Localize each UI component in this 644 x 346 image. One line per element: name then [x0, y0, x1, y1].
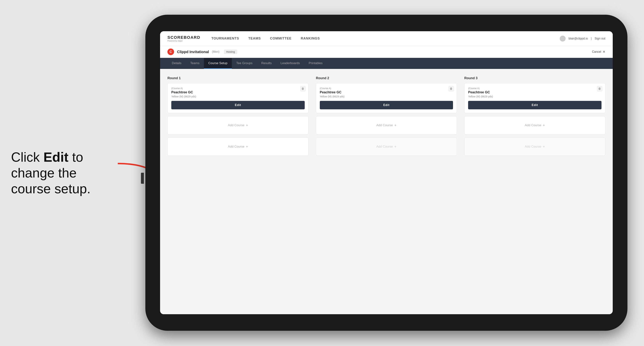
top-nav: SCOREBOARD Powered by clippd TOURNAMENTS…: [160, 31, 613, 46]
nav-right: blair@clippd.io | Sign out: [560, 36, 605, 41]
instruction-text: Click Edit tochange thecourse setup.: [11, 149, 122, 197]
round-2-course-card: 🗑 (Course A) Peachtree GC Yellow (M) (66…: [316, 83, 457, 113]
add-course-label: Add Course: [228, 124, 244, 127]
round-2-course-detail: Yellow (M) (6629 yds): [320, 95, 453, 98]
tab-course-setup[interactable]: Course Setup: [204, 58, 232, 69]
nav-teams[interactable]: TEAMS: [248, 36, 261, 40]
add-course-label-2: Add Course: [228, 145, 244, 149]
round-3-label: Round 3: [464, 76, 605, 80]
round-3-course-detail: Yellow (M) (6629 yds): [468, 95, 602, 98]
round-3-course-name: Peachtree GC: [468, 90, 602, 94]
tab-tee-groups[interactable]: Tee Groups: [232, 58, 257, 69]
sub-header: C Clippd Invitational (Men) Hosting Canc…: [160, 46, 613, 58]
sign-out-link[interactable]: Sign out: [594, 37, 605, 40]
round-1-label: Round 1: [168, 76, 308, 80]
close-icon[interactable]: ✕: [602, 50, 605, 54]
round-3-add-course-1[interactable]: Add Course +: [464, 116, 605, 135]
round-1-edit-button[interactable]: Edit: [171, 101, 305, 109]
avatar: [560, 36, 566, 41]
tablet-frame: SCOREBOARD Powered by clippd TOURNAMENTS…: [145, 15, 628, 331]
round-2-column: Round 2 🗑 (Course A) Peachtree GC Yellow…: [316, 76, 457, 159]
round-3-edit-button[interactable]: Edit: [468, 101, 602, 109]
round-2-add-plus-icon: +: [394, 123, 396, 128]
round-1-course-tag: (Course A): [171, 87, 305, 90]
round-3-course-tag: (Course A): [468, 87, 602, 90]
tournament-gender: (Men): [212, 50, 220, 53]
round-2-add-course-2: Add Course +: [316, 138, 457, 156]
round-1-course-name: Peachtree GC: [171, 90, 305, 94]
tab-teams[interactable]: Teams: [186, 58, 204, 69]
round-3-add-course-label: Add Course: [525, 124, 541, 127]
round-1-add-course-1[interactable]: Add Course +: [168, 116, 308, 135]
round-3-add-plus-icon: +: [543, 123, 545, 128]
tablet-screen: SCOREBOARD Powered by clippd TOURNAMENTS…: [160, 31, 613, 314]
nav-tournaments[interactable]: TOURNAMENTS: [212, 36, 239, 40]
round-3-add-plus-icon-2: +: [543, 145, 545, 149]
tab-printables[interactable]: Printables: [304, 58, 327, 69]
main-content: Round 1 🗑 (Course A) Peachtree GC Yellow…: [160, 69, 613, 314]
tournament-icon: C: [168, 48, 174, 55]
round-2-course-tag: (Course A): [320, 87, 453, 90]
round-1-column: Round 1 🗑 (Course A) Peachtree GC Yellow…: [168, 76, 308, 159]
logo-title: SCOREBOARD: [168, 35, 200, 40]
round-1-add-course-2[interactable]: Add Course +: [168, 138, 308, 156]
tab-results[interactable]: Results: [257, 58, 276, 69]
round-3-delete-button[interactable]: 🗑: [597, 86, 602, 91]
round-3-column: Round 3 🗑 (Course A) Peachtree GC Yellow…: [464, 76, 605, 159]
tab-leaderboards[interactable]: Leaderboards: [276, 58, 304, 69]
round-3-add-course-2: Add Course +: [464, 138, 605, 156]
nav-links: TOURNAMENTS TEAMS COMMITTEE RANKINGS: [212, 36, 560, 40]
rounds-grid: Round 1 🗑 (Course A) Peachtree GC Yellow…: [168, 76, 605, 159]
add-plus-icon: +: [246, 123, 248, 128]
tab-details[interactable]: Details: [168, 58, 186, 69]
logo-subtitle: Powered by clippd: [168, 40, 200, 42]
round-2-add-course-label: Add Course: [376, 124, 393, 127]
round-2-add-plus-icon-2: +: [394, 145, 396, 149]
logo-area: SCOREBOARD Powered by clippd: [168, 35, 200, 42]
round-3-course-card: 🗑 (Course A) Peachtree GC Yellow (M) (66…: [464, 83, 605, 113]
tournament-name: Clippd Invitational: [177, 50, 209, 54]
round-2-add-course-label-2: Add Course: [376, 145, 393, 149]
user-email: blair@clippd.io: [568, 37, 588, 40]
nav-committee[interactable]: COMMITTEE: [270, 36, 292, 40]
cancel-button[interactable]: Cancel: [592, 50, 601, 53]
round-1-delete-button[interactable]: 🗑: [300, 86, 306, 91]
nav-separator: |: [591, 37, 592, 40]
hosting-badge: Hosting: [224, 50, 237, 54]
round-2-course-name: Peachtree GC: [320, 90, 453, 94]
round-2-label: Round 2: [316, 76, 457, 80]
round-2-add-course-1[interactable]: Add Course +: [316, 116, 457, 135]
tablet-side-button: [141, 173, 144, 184]
round-2-delete-button[interactable]: 🗑: [448, 86, 454, 91]
nav-rankings[interactable]: RANKINGS: [301, 36, 320, 40]
sub-header-right: Cancel ✕: [592, 50, 605, 54]
add-plus-icon-2: +: [246, 145, 248, 149]
round-2-edit-button[interactable]: Edit: [320, 101, 453, 109]
round-3-add-course-label-2: Add Course: [525, 145, 541, 149]
round-1-course-detail: Yellow (M) (6629 yds): [171, 95, 305, 98]
tab-bar: Details Teams Course Setup Tee Groups Re…: [160, 58, 613, 69]
round-1-course-card: 🗑 (Course A) Peachtree GC Yellow (M) (66…: [168, 83, 308, 113]
